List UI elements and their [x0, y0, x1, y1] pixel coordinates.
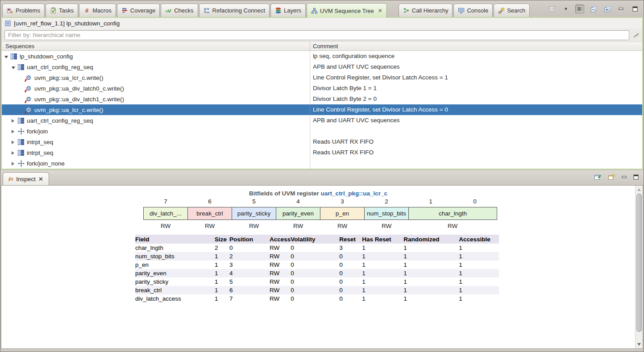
vertical-scrollbar[interactable] — [635, 186, 643, 348]
view-title-row: [uvm_ref_flow_1.1] lp_shutdown_config — [2, 18, 642, 29]
tab-call-hierarchy[interactable]: Call Hierarchy — [399, 4, 453, 17]
tab-inspect[interactable]: i≡ Inspect ✕ — [3, 172, 49, 185]
tab-coverage[interactable]: Coverage — [117, 4, 160, 17]
bitfield-diagram: div_latch_... break_ctrl parity_sticky p… — [143, 207, 497, 220]
tree-row-label: uvm_pkg::ua_div_latch1_c.write() — [34, 96, 124, 103]
tab-tasks[interactable]: Tasks — [46, 4, 78, 17]
tree-row[interactable]: ⚙ uvm_pkg::ua_div_latch0_c.write() Divis… — [2, 83, 642, 94]
expand-arrow-icon[interactable] — [12, 128, 16, 135]
problems-icon — [7, 7, 13, 14]
bitfield-access: RW — [245, 223, 263, 229]
tab-refactoring-connect[interactable]: Refactoring Connect — [199, 4, 270, 17]
sequence-tree-small-icon — [4, 20, 11, 27]
bitfields-table: Field Size Position Access Volatility Re… — [135, 235, 499, 303]
col-header: Position — [229, 235, 270, 244]
bit-index: 0 — [469, 198, 480, 205]
expand-arrow-icon[interactable] — [12, 160, 16, 167]
expand-all-button[interactable] — [603, 4, 612, 13]
sequence-icon — [17, 149, 25, 156]
collapse-arrow-icon[interactable] — [12, 64, 16, 70]
bit-index: 3 — [337, 198, 348, 205]
filter-input[interactable] — [4, 30, 629, 40]
tab-label: Tasks — [59, 7, 74, 14]
dropdown-arrow-icon: ▼ — [564, 7, 568, 11]
view-menu-dropdown-button[interactable]: ▼ — [561, 4, 570, 13]
tab-label: UVM Sequence Tree — [320, 8, 374, 14]
bit-index: 4 — [293, 198, 303, 205]
maximize-view-button[interactable] — [631, 4, 640, 13]
register-name-link[interactable]: uart_ctrl_pkg::ua_lcr_c — [321, 190, 387, 197]
tree-row[interactable]: intrpt_seq Reads UART RX FIFO — [2, 147, 642, 158]
checks-icon — [165, 7, 172, 14]
tree-row[interactable]: lp_shutdown_config lp seq, configuration… — [2, 51, 642, 62]
tree-row[interactable]: fork/join — [2, 126, 642, 137]
tab-checks[interactable]: Checks — [161, 4, 198, 17]
inspect-icon: i≡ — [8, 176, 13, 182]
inspect-content: Bitfields of UVM register uart_ctrl_pkg:… — [1, 185, 643, 349]
sequence-tree-table: Sequences Comment lp_shutdown_config lp … — [2, 42, 642, 169]
tree-row-comment: APB and UART UVC sequences — [313, 62, 400, 72]
col-header: Accessible — [459, 235, 499, 244]
minimize-view-button[interactable] — [617, 4, 626, 13]
fork-join-icon — [17, 128, 25, 135]
bitfield-access: RW — [333, 223, 351, 229]
clear-filter-broom-icon[interactable] — [632, 32, 640, 39]
pin-editor-button[interactable] — [594, 174, 602, 181]
scroll-up-arrow-icon[interactable] — [637, 188, 641, 191]
table-row: num_stop_bits12RW00111 — [135, 252, 499, 261]
maximize-view-button[interactable] — [633, 174, 639, 180]
tab-uvm-sequence-tree[interactable]: UVM Sequence Tree ✕ — [307, 3, 387, 18]
column-separator[interactable] — [310, 42, 310, 169]
bit-index: 5 — [249, 198, 259, 205]
tree-row[interactable]: fork/join_none — [2, 158, 642, 169]
tab-layers[interactable]: Layers — [270, 4, 306, 17]
tree-row-label: uvm_pkg::ua_lcr_c.write() — [34, 107, 104, 113]
tree-row-label: uvm_pkg::ua_div_latch0_c.write() — [34, 85, 124, 92]
inspect-view: i≡ Inspect ✕ Bitfiel — [1, 170, 643, 349]
col-header: Volatility — [291, 235, 339, 244]
scrollbar-thumb[interactable] — [636, 194, 642, 332]
link-grid-icon — [577, 6, 583, 12]
inspect-tab-bar: i≡ Inspect ✕ — [1, 170, 643, 185]
tab-console[interactable]: Console — [453, 4, 493, 17]
tab-label: Coverage — [130, 7, 155, 14]
close-icon[interactable]: ✕ — [38, 175, 43, 182]
minimize-view-button[interactable] — [622, 174, 627, 180]
collapse-all-button[interactable] — [589, 4, 598, 13]
register-write-gear-icon: ⚙ — [25, 74, 32, 81]
collapse-arrow-icon[interactable] — [4, 53, 9, 60]
view-menu-button[interactable] — [548, 4, 557, 13]
bitfield-box: div_latch_... — [143, 207, 188, 220]
layers-icon — [275, 7, 282, 14]
expand-arrow-icon[interactable] — [12, 149, 16, 156]
tab-macros[interactable]: # Macros — [79, 4, 116, 17]
tree-row[interactable]: ⚙ uvm_pkg::ua_div_latch1_c.write() Divis… — [2, 94, 642, 104]
dvt-eclipse-window: Problems Tasks # Macros Coverage Checks — [0, 0, 644, 352]
bitfields-title-prefix: Bitfields of UVM register — [249, 190, 319, 197]
bitfield-access: RW — [201, 223, 219, 229]
tree-row[interactable]: uart_ctrl_config_reg_seq APB and UART UV… — [2, 62, 642, 72]
bitfields-title: Bitfields of UVM register uart_ctrl_pkg:… — [1, 190, 635, 197]
new-inspect-view-button[interactable] — [608, 174, 615, 181]
link-with-editor-toggle[interactable] — [575, 4, 584, 13]
search-icon — [498, 7, 505, 14]
column-header-sequences: Sequences — [5, 43, 34, 50]
expand-arrow-icon[interactable] — [12, 117, 16, 124]
tree-row[interactable]: uart_ctrl_config_reg_seq APB and UART UV… — [2, 115, 642, 126]
table-row: div_latch_access17RW00111 — [135, 294, 499, 303]
tree-header: Sequences Comment — [2, 42, 642, 51]
expand-arrow-icon[interactable] — [12, 139, 16, 145]
maximize-icon — [632, 6, 638, 12]
tab-search[interactable]: Search — [494, 4, 530, 17]
macros-hash-icon: # — [83, 7, 90, 14]
view-tab-bar: Problems Tasks # Macros Coverage Checks — [1, 0, 643, 18]
tree-row[interactable]: intrpt_seq Reads UART RX FIFO — [2, 137, 642, 147]
table-row: char_lngth20RW03111 — [135, 244, 499, 252]
tree-row[interactable]: ⚙ uvm_pkg::ua_lcr_c.write() Line Control… — [2, 72, 642, 83]
tree-row-label: fork/join_none — [27, 160, 65, 167]
bit-index: 6 — [204, 198, 215, 205]
close-icon[interactable]: ✕ — [378, 8, 382, 14]
tab-problems[interactable]: Problems — [2, 4, 45, 17]
scroll-down-arrow-icon[interactable] — [637, 343, 641, 346]
tree-row-selected[interactable]: ⚙ uvm_pkg::ua_lcr_c.write() Line Control… — [2, 104, 642, 115]
